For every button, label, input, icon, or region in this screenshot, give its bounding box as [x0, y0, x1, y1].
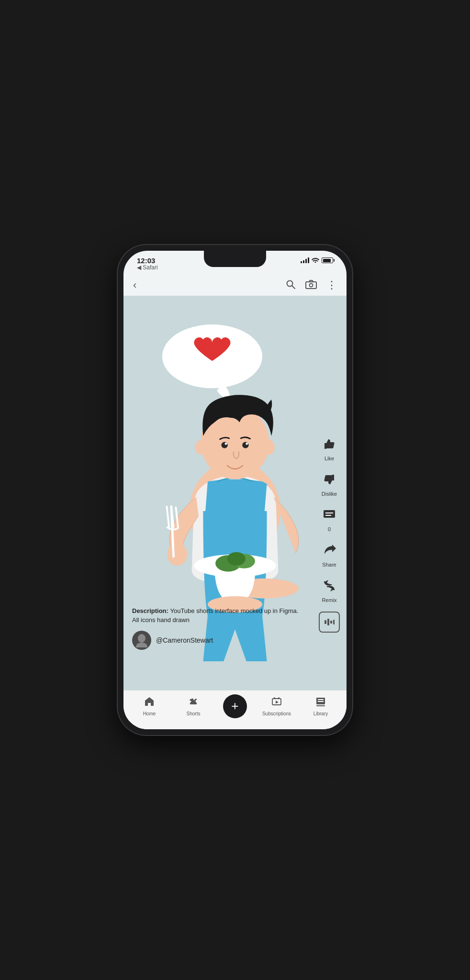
wifi-icon [312, 256, 319, 264]
more-icon[interactable]: ⋮ [326, 280, 337, 290]
comment-count: 0 [328, 526, 331, 532]
avatar [132, 631, 151, 650]
like-label: Like [325, 456, 334, 461]
sound-icon [324, 617, 335, 627]
bottom-nav: Home Shorts + [123, 690, 347, 729]
channel-name: @CameronStewart [156, 636, 213, 644]
share-label: Share [322, 562, 336, 568]
sound-button[interactable] [319, 612, 340, 633]
svg-rect-36 [318, 701, 324, 702]
svg-rect-25 [324, 510, 335, 518]
nav-library[interactable]: Library [306, 696, 335, 716]
dislike-button[interactable]: Dislike [320, 470, 339, 497]
svg-rect-29 [327, 619, 329, 625]
browser-bar: ‹ ⋮ [123, 275, 347, 296]
add-icon: + [231, 700, 238, 712]
svg-point-9 [242, 442, 248, 448]
notch [204, 251, 266, 267]
back-button[interactable]: ‹ [133, 279, 136, 291]
svg-point-11 [246, 443, 248, 445]
svg-rect-2 [306, 282, 316, 289]
home-label: Home [143, 711, 156, 716]
share-icon [320, 541, 339, 560]
status-carrier: ◀ Safari [137, 264, 158, 271]
svg-rect-35 [318, 699, 324, 700]
svg-line-1 [292, 286, 295, 289]
side-actions: Like Dislike [319, 434, 340, 633]
phone-screen: 12:03 ◀ Safari [123, 251, 347, 729]
comment-icon [320, 505, 339, 524]
nav-home[interactable]: Home [135, 696, 164, 716]
like-icon [320, 434, 339, 454]
remix-label: Remix [322, 597, 336, 603]
home-icon [144, 696, 155, 710]
nav-subscriptions[interactable]: Subscriptions [262, 696, 291, 716]
bottom-info: Description: YouTube shorts interface mo… [123, 600, 308, 657]
svg-point-23 [227, 552, 246, 566]
svg-point-10 [225, 443, 227, 445]
library-label: Library [313, 711, 328, 716]
comments-button[interactable]: 0 [320, 505, 339, 532]
subscriptions-label: Subscriptions [262, 711, 291, 716]
browser-actions: ⋮ [285, 279, 337, 292]
like-button[interactable]: Like [320, 434, 339, 461]
remix-button[interactable]: Remix [320, 576, 339, 603]
camera-icon[interactable] [305, 279, 317, 291]
svg-rect-28 [325, 620, 326, 624]
description-prefix: Description: [132, 607, 170, 614]
shorts-icon [188, 696, 199, 710]
phone-frame: 12:03 ◀ Safari [118, 245, 352, 735]
svg-point-3 [310, 283, 313, 287]
battery-icon [322, 257, 333, 263]
dislike-label: Dislike [322, 491, 337, 497]
svg-rect-37 [316, 705, 325, 706]
add-button[interactable]: + [223, 694, 247, 718]
svg-rect-31 [333, 620, 335, 624]
svg-point-13 [195, 440, 206, 455]
svg-point-14 [167, 543, 187, 566]
status-time: 12:03 [137, 256, 155, 265]
signal-icon [301, 257, 309, 263]
status-icons [301, 256, 333, 264]
subscriptions-icon [271, 696, 282, 710]
dislike-icon [320, 470, 339, 489]
library-icon [315, 696, 326, 710]
content-area: Like Dislike [123, 296, 347, 690]
description-text: Description: YouTube shorts interface mo… [132, 607, 300, 625]
shorts-label: Shorts [187, 711, 201, 716]
nav-shorts[interactable]: Shorts [179, 696, 208, 716]
channel-row: @CameronStewart [132, 631, 300, 650]
svg-point-8 [221, 442, 227, 448]
remix-icon [320, 576, 339, 595]
svg-rect-30 [330, 621, 332, 624]
search-icon[interactable] [285, 279, 296, 292]
svg-point-12 [264, 440, 275, 455]
share-button[interactable]: Share [320, 541, 339, 568]
svg-point-32 [138, 634, 145, 643]
